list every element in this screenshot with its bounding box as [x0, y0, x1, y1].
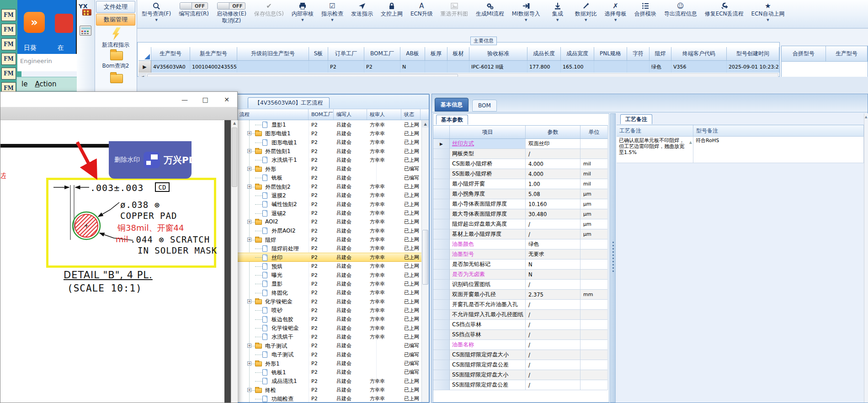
col-header-12[interactable]: PNL规格 — [594, 47, 627, 61]
param-value[interactable]: 30.480 — [526, 209, 580, 219]
ribbon-generate-mi-flow[interactable]: 生成MI流程 — [475, 1, 505, 17]
param-value[interactable]: 无要求 — [526, 249, 580, 260]
ribbon-send-instruction[interactable]: 发送指示 — [350, 1, 374, 17]
notes-vscrollbar[interactable]: ▲ — [864, 113, 868, 403]
row-selector[interactable] — [433, 360, 450, 370]
ribbon-export-flow-info[interactable]: ☺导出流程信息 — [663, 1, 698, 17]
tab-data-management[interactable]: 数据管理 — [96, 14, 135, 26]
row-selector[interactable]: ▶ — [433, 139, 450, 149]
col-header-1[interactable]: 新生产型号 — [190, 47, 237, 61]
cell-16[interactable]: 2025-09-01 10:23:25 — [727, 61, 779, 73]
tree-row-终固化[interactable]: 终固化 P2 吕建会 方幸幸 已上网 — [237, 288, 421, 297]
fm-shortcut-1[interactable]: FM — [1, 24, 16, 36]
fm-shortcut-3[interactable]: FM — [1, 53, 16, 65]
tree-row-显影[interactable]: 显影 P2 吕建会 方幸幸 已上网 — [237, 279, 421, 288]
remote-app-icon[interactable]: » — [24, 12, 45, 33]
tree-col-1[interactable]: BOM工厂 — [309, 109, 334, 120]
tree-col-4[interactable]: 状态 — [401, 109, 421, 120]
ribbon-integrate[interactable]: 集成 ▼ — [547, 1, 568, 22]
param-col-2[interactable]: 单位 — [580, 126, 608, 138]
col-header-0[interactable]: 生产型号 — [151, 47, 190, 61]
chevron-down-icon[interactable]: ▼ — [585, 18, 587, 22]
row-selector[interactable]: ▶ — [138, 61, 151, 73]
row-selector[interactable] — [433, 179, 450, 189]
ribbon-ecn-upgrade[interactable]: AECN升级 — [410, 1, 434, 17]
row-selector[interactable] — [433, 280, 450, 290]
tree-row-外层AOI2[interactable]: 外层AOI2 P2 吕建会 方幸幸 已上网 — [237, 226, 421, 235]
param-row-网板类型[interactable]: 网板类型 / — [433, 149, 608, 159]
param-value[interactable]: 双面丝印 — [526, 139, 580, 149]
param-row-不允许阻焊入孔最小孔径图纸[interactable]: 不允许阻焊入孔最小孔径图纸 / — [433, 310, 608, 320]
row-selector[interactable] — [433, 260, 450, 270]
cell-7[interactable] — [425, 61, 447, 73]
col-header-5[interactable]: BOM工厂 — [364, 47, 400, 61]
panel-item-bom-query[interactable]: Bom查询2 — [96, 62, 135, 70]
tree-row-成品清洗1[interactable]: 成品清洗1 P2 吕建会 方幸幸 已上网 — [237, 376, 421, 386]
col-header-15[interactable]: 终端客户代码 — [671, 47, 727, 61]
tree-vscrollbar[interactable]: ▲ — [421, 120, 429, 402]
ribbon-merge-module[interactable]: 合拼模块 — [634, 1, 657, 17]
row-selector[interactable] — [433, 149, 450, 159]
col-header-14[interactable]: 阻焊 — [650, 47, 671, 61]
tree-row-铣板[interactable]: 铣板 P2 吕建会 已编写 — [237, 173, 421, 182]
panel-item-new-flow[interactable]: 新流程指示 — [96, 41, 135, 49]
main-table-row[interactable]: ▶4V35603VA010010400243555P2P2NIPC-6012 I… — [138, 61, 779, 73]
menu-item-action[interactable]: Action — [35, 80, 56, 88]
tree-row-显影1[interactable]: 显影1 P2 吕建会 方幸幸 已上网 — [237, 120, 421, 129]
tree-row-丝印[interactable]: 丝印 P2 吕建会 方幸幸 已上网 — [237, 253, 421, 262]
tab-file-processing[interactable]: 文件处理 — [96, 1, 135, 13]
cell-11[interactable]: 165.100 — [561, 61, 594, 73]
collapse-icon[interactable]: + — [247, 220, 251, 224]
ribbon-label-2[interactable]: 取消(Z) — [222, 17, 241, 24]
calculator-icon[interactable] — [80, 26, 91, 36]
maximize-icon[interactable]: □ — [198, 95, 212, 105]
col-header-16[interactable]: 型号创建时间 — [727, 47, 779, 61]
ribbon-model-query[interactable]: 型号查询(F) ▼ — [141, 1, 172, 22]
param-value[interactable]: 4.000 — [526, 169, 580, 179]
cell-3[interactable] — [309, 61, 328, 73]
ribbon-mi-data-import[interactable]: MI数据导入 ▼ — [511, 1, 541, 22]
row-selector[interactable] — [433, 229, 450, 239]
scroll-thumb[interactable] — [422, 230, 428, 285]
folder-icon-partial[interactable] — [110, 74, 123, 83]
tree-row-板边包胶[interactable]: 板边包胶 P2 吕建会 方幸幸 已上网 — [237, 315, 421, 324]
tree-row-阻焊[interactable]: +阻焊 P2 吕建会 方幸幸 已上网 — [237, 235, 421, 244]
ribbon-fix-ecn-flow[interactable]: 修复ECN丢流程 — [704, 1, 745, 17]
row-selector[interactable] — [433, 169, 450, 179]
param-row-丝印方式[interactable]: ▶ 丝印方式 双面丝印 — [433, 139, 608, 149]
main-info-tab[interactable]: 主要信息 — [470, 37, 497, 45]
cell-8[interactable] — [447, 61, 469, 73]
ribbon-start-modify[interactable]: OFF启动修改(E) 取消(Z) — [216, 1, 247, 24]
param-row-是否为无卤素[interactable]: 是否为无卤素 N — [433, 270, 608, 280]
cell-9[interactable]: IPC-6012 II级 — [469, 61, 527, 73]
param-row-SS面阻焊限定焊盘大小[interactable]: SS面阻焊限定焊盘大小 / — [433, 370, 608, 380]
ribbon-data-compare[interactable]: 数据对比 ▼ — [574, 1, 598, 22]
param-value[interactable]: / — [526, 219, 580, 229]
param-value[interactable]: / — [526, 310, 580, 320]
tab-bom[interactable]: BOM — [472, 100, 497, 111]
row-selector[interactable] — [433, 380, 450, 390]
chevron-down-icon[interactable]: ▼ — [155, 18, 157, 22]
param-value[interactable]: 10.160 — [526, 199, 580, 209]
tree-row-终检[interactable]: +终检 P2 吕建会 方幸幸 已上网 — [237, 386, 421, 395]
fm-shortcut-2[interactable]: FM — [1, 38, 16, 50]
tab-basic-params[interactable]: 基本参数 — [436, 115, 468, 125]
row-selector[interactable] — [433, 219, 450, 229]
param-value[interactable]: / — [526, 320, 580, 330]
ribbon-doc-control-upload[interactable]: 文控上网 — [380, 1, 404, 17]
tree-row-水洗烘干1[interactable]: 水洗烘干1 P2 吕建会 方幸幸 已上网 — [237, 155, 421, 164]
col-header-11[interactable]: 成品宽度 — [561, 47, 594, 61]
param-row-开窗孔是否不允许油墨入孔[interactable]: 开窗孔是否不允许油墨入孔 / — [433, 300, 608, 310]
param-value[interactable]: 4.000 — [526, 159, 580, 169]
tree-row-外形1[interactable]: +外形1 P2 吕建会 已编写 — [237, 359, 421, 368]
chevron-down-icon[interactable]: ▼ — [614, 18, 617, 22]
ribbon-select-motherboard[interactable]: ✗选择母板 ▼ — [604, 1, 628, 22]
collapse-icon[interactable]: + — [247, 299, 251, 303]
tree-row-退锡2[interactable]: 退锡2 P2 吕建会 方幸幸 已上网 — [237, 209, 421, 218]
tree-row-外层蚀刻1[interactable]: +外层蚀刻1 P2 吕建会 方幸幸 已上网 — [237, 147, 421, 156]
col-header-10[interactable]: 成品长度 — [527, 47, 561, 61]
collapse-icon[interactable]: + — [247, 238, 251, 242]
tab-process-notes[interactable]: 工艺备注 — [620, 114, 652, 124]
tree-row-阻焊前处理[interactable]: 阻焊前处理 P2 吕建会 方幸幸 已上网 — [237, 244, 421, 253]
param-value[interactable]: / — [526, 300, 580, 310]
